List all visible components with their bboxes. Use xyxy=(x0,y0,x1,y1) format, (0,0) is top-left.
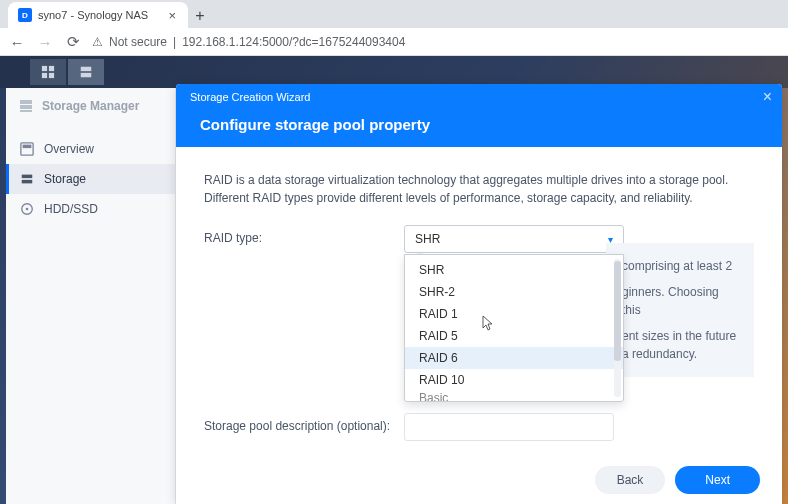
next-button[interactable]: Next xyxy=(675,466,760,494)
description-label: Storage pool description (optional): xyxy=(204,413,404,433)
nav-hdd-ssd-label: HDD/SSD xyxy=(44,202,98,216)
back-button[interactable]: Back xyxy=(595,466,666,494)
storage-manager-icon xyxy=(18,98,34,114)
svg-rect-1 xyxy=(49,66,54,71)
raid-option-raid-1[interactable]: RAID 1 xyxy=(405,303,623,325)
taskbar-grid-icon[interactable] xyxy=(30,59,66,85)
svg-rect-0 xyxy=(42,66,47,71)
svg-rect-5 xyxy=(81,73,92,77)
description-input[interactable] xyxy=(404,413,614,441)
address-bar: ← → ⟳ ⚠ Not secure | 192.168.1.124:5000/… xyxy=(0,28,788,56)
raid-info-panel: comprising at least 2 ginners. Choosing … xyxy=(606,243,754,377)
raid-option-shr-2[interactable]: SHR-2 xyxy=(405,281,623,303)
nav-overview[interactable]: Overview xyxy=(6,134,175,164)
nav-storage[interactable]: Storage xyxy=(6,164,175,194)
browser-tab[interactable]: D syno7 - Synology NAS × xyxy=(8,2,188,28)
raid-option-raid-10[interactable]: RAID 10 xyxy=(405,369,623,391)
wizard-header: Storage Creation Wizard × Configure stor… xyxy=(176,84,782,147)
description-row: Storage pool description (optional): xyxy=(204,413,754,441)
nav-overview-label: Overview xyxy=(44,142,94,156)
info-line-4: a redundancy. xyxy=(622,347,697,361)
raid-option-raid-6[interactable]: RAID 6 xyxy=(405,347,623,369)
info-line-3: ent sizes in the future xyxy=(622,329,736,343)
storage-manager-header: Storage Manager xyxy=(6,88,175,124)
info-line-2: ginners. Choosing this xyxy=(622,285,719,317)
storage-manager-window: Storage Manager Overview Storage HDD/SSD xyxy=(6,88,176,504)
svg-rect-4 xyxy=(81,67,92,71)
raid-type-dropdown: SHR SHR-2 RAID 1 RAID 5 RAID 6 RAID 10 B… xyxy=(404,254,624,402)
raid-type-label: RAID type: xyxy=(204,225,404,245)
info-line-1: comprising at least 2 xyxy=(622,259,732,273)
url-text: 192.168.1.124:5000/?dc=1675244093404 xyxy=(182,35,405,49)
svg-rect-2 xyxy=(42,73,47,78)
dropdown-scrollbar[interactable] xyxy=(614,259,621,397)
storage-manager-title: Storage Manager xyxy=(42,99,139,113)
wizard-body: RAID is a data storage virtualization te… xyxy=(176,147,782,455)
forward-icon: → xyxy=(36,34,54,51)
taskbar-storage-icon[interactable] xyxy=(68,59,104,85)
close-tab-icon[interactable]: × xyxy=(166,8,178,23)
wizard-heading: Configure storage pool property xyxy=(176,110,782,147)
tab-title: syno7 - Synology NAS xyxy=(38,9,148,21)
svg-rect-12 xyxy=(22,180,33,184)
url-area[interactable]: ⚠ Not secure | 192.168.1.124:5000/?dc=16… xyxy=(92,35,405,49)
back-icon[interactable]: ← xyxy=(8,34,26,51)
raid-option-basic[interactable]: Basic xyxy=(405,391,623,402)
favicon-icon: D xyxy=(18,8,32,22)
raid-option-raid-5[interactable]: RAID 5 xyxy=(405,325,623,347)
svg-rect-3 xyxy=(49,73,54,78)
storage-icon xyxy=(20,172,34,186)
svg-rect-10 xyxy=(23,145,32,149)
raid-type-select[interactable]: SHR ▾ xyxy=(404,225,624,253)
wizard-description: RAID is a data storage virtualization te… xyxy=(204,171,754,207)
hdd-icon xyxy=(20,202,34,216)
raid-type-selected: SHR xyxy=(415,232,440,246)
new-tab-button[interactable]: + xyxy=(188,4,212,28)
not-secure-icon: ⚠ xyxy=(92,35,103,49)
url-separator: | xyxy=(173,35,176,49)
tab-bar: D syno7 - Synology NAS × + xyxy=(0,0,788,28)
svg-rect-7 xyxy=(20,105,32,109)
storage-creation-wizard: Storage Creation Wizard × Configure stor… xyxy=(176,84,782,504)
dropdown-scroll-thumb[interactable] xyxy=(614,261,621,361)
wizard-footer: Back Next xyxy=(176,455,782,504)
storage-manager-nav: Overview Storage HDD/SSD xyxy=(6,124,175,224)
svg-rect-6 xyxy=(20,100,32,104)
overview-icon xyxy=(20,142,34,156)
wizard-titlebar-text: Storage Creation Wizard xyxy=(190,91,310,103)
nav-hdd-ssd[interactable]: HDD/SSD xyxy=(6,194,175,224)
not-secure-label: Not secure xyxy=(109,35,167,49)
reload-icon[interactable]: ⟳ xyxy=(64,33,82,51)
svg-rect-8 xyxy=(20,110,32,112)
browser-chrome: D syno7 - Synology NAS × + ← → ⟳ ⚠ Not s… xyxy=(0,0,788,56)
svg-rect-11 xyxy=(22,175,33,179)
close-icon[interactable]: × xyxy=(763,88,772,106)
raid-option-shr[interactable]: SHR xyxy=(405,259,623,281)
nav-storage-label: Storage xyxy=(44,172,86,186)
svg-point-14 xyxy=(26,208,29,211)
